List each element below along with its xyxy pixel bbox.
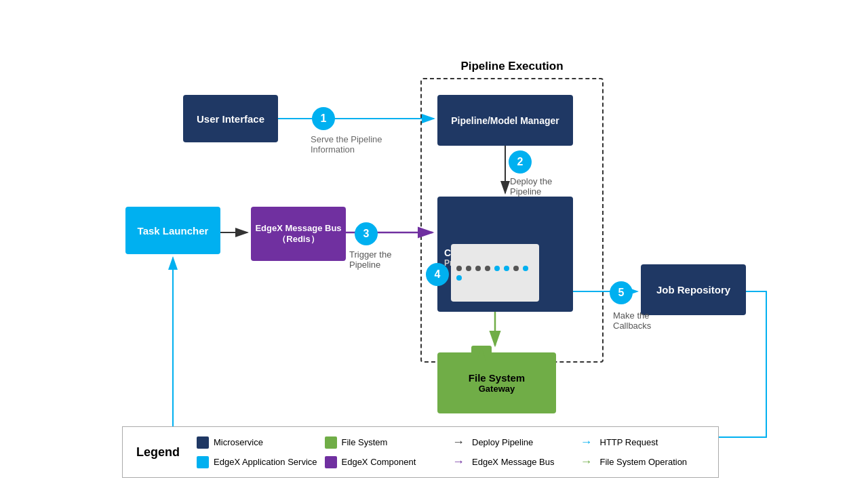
legend-item-filesystem-operation: → File System Operation [577, 453, 705, 470]
pipeline-model-manager-box: Pipeline/Model Manager [437, 95, 573, 146]
edgex-message-bus-box: EdgeX Message Bus（Redis） [251, 207, 346, 261]
legend-item-deploy-pipeline: → Deploy Pipeline [449, 434, 577, 451]
diagram-container: Pipeline Execution User Interface Task L… [0, 0, 868, 488]
step-5-label: Make theCallbacks [613, 310, 651, 331]
step-4-circle: 4 [426, 263, 449, 286]
legend-title: Legend [136, 445, 180, 460]
step-3-label: Trigger thePipeline [349, 249, 391, 270]
step-1-circle: 1 [312, 107, 335, 130]
step-1-label: Serve the PipelineInformation [311, 134, 382, 155]
file-system-gateway-box: File System Gateway [437, 352, 556, 413]
step-2-label: Deploy thePipeline [510, 176, 552, 197]
file-image [451, 244, 539, 302]
legend: Legend Microservice File System → Deploy… [122, 426, 719, 478]
task-launcher-box: Task Launcher [125, 207, 220, 254]
step-5-circle: 5 [610, 281, 633, 304]
legend-item-edgex-component: EdgeX Component [321, 453, 450, 470]
legend-item-edgex-app-service: EdgeX Application Service [193, 453, 321, 470]
pipeline-execution-title: Pipeline Execution [420, 60, 604, 73]
step-3-circle: 3 [355, 222, 378, 245]
legend-item-microservice: Microservice [193, 434, 321, 451]
legend-items: Microservice File System → Deploy Pipeli… [193, 434, 705, 470]
user-interface-box: User Interface [183, 95, 278, 142]
step-2-circle: 2 [509, 150, 532, 174]
legend-item-filesystem: File System [321, 434, 450, 451]
legend-item-http-request: → HTTP Request [577, 434, 705, 451]
job-repository-box: Job Repository [641, 264, 746, 315]
legend-item-edgex-message-bus-arrow: → EdgeX Message Bus [449, 453, 577, 470]
